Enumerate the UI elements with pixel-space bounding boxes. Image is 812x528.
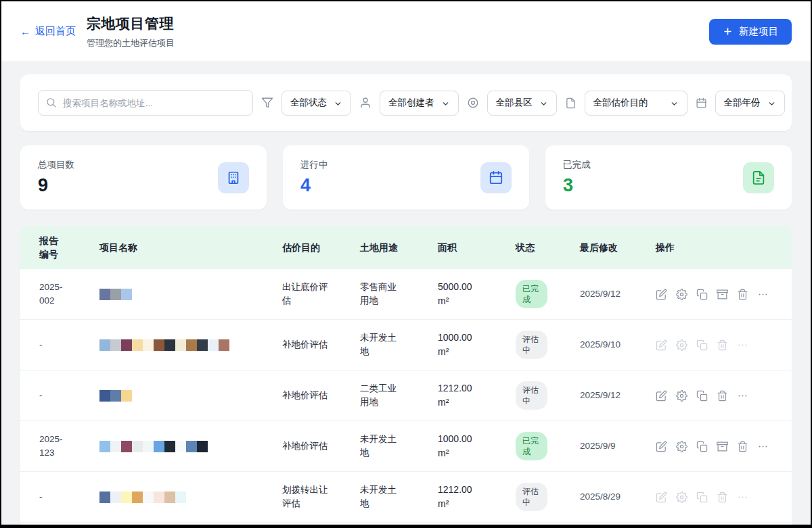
name-block [110, 441, 121, 452]
column-header-report-no: 报告编号 [39, 234, 73, 262]
area-unit: m² [438, 345, 506, 359]
stat-card-total: 总项目数 9 [20, 145, 267, 210]
title-block: 宗地项目管理 管理您的土地评估项目 [87, 14, 175, 49]
name-block [99, 491, 110, 503]
name-block [132, 491, 143, 503]
delete-button[interactable] [717, 390, 728, 402]
delete-button[interactable] [737, 441, 748, 452]
delete-button [717, 339, 728, 351]
edit-icon [656, 390, 667, 402]
search-input[interactable] [38, 90, 253, 116]
name-block [99, 339, 110, 351]
calendar-icon [696, 97, 707, 109]
stat-card-in-progress: 进行中 4 [283, 145, 529, 210]
project-name-cell [99, 339, 282, 351]
area-unit: m² [438, 446, 506, 460]
table-row: 2025-002 出让底价评估 零售商业用地 5000.00 m² 已完成 20… [20, 269, 792, 320]
archive-button[interactable] [717, 441, 728, 452]
edit-icon [656, 339, 667, 351]
name-block [219, 339, 229, 351]
table-header-row: 报告编号 项目名称 估价目的 土地用途 面积 状态 最后修改 操作 [20, 226, 792, 269]
app-window: ← 返回首页 宗地项目管理 管理您的土地评估项目 新建项目 [0, 0, 812, 528]
name-block [197, 441, 208, 452]
name-block [186, 441, 197, 452]
copy-button[interactable] [696, 441, 708, 452]
more-ellipsis-icon [737, 390, 748, 402]
name-block [154, 339, 164, 351]
copy-button[interactable] [696, 289, 708, 300]
more-ellipsis-icon [737, 491, 748, 503]
more-button[interactable] [757, 441, 769, 452]
name-block [99, 390, 110, 402]
delete-trash-icon [717, 491, 728, 503]
valuation-purpose: 补地价评估 [282, 389, 342, 402]
name-block [121, 289, 132, 300]
copy-icon [696, 289, 708, 300]
new-project-button[interactable]: 新建项目 [709, 19, 792, 45]
more-button [737, 491, 748, 503]
area-unit: m² [438, 294, 506, 308]
table-row: 2025-123 补地价评估 未开发土地 1000.00 m² 已完成 2025… [20, 421, 792, 472]
delete-button[interactable] [737, 289, 748, 300]
building-icon [218, 162, 249, 193]
chevron-down-icon [670, 99, 679, 108]
table-row: - 补地价评估 二类工业用地 1212.00 m² 评估中 2025/9/12 [20, 370, 792, 421]
settings-button[interactable] [676, 441, 687, 452]
project-name-cell [99, 441, 282, 452]
name-block [110, 390, 121, 402]
back-link-label: 返回首页 [35, 25, 76, 38]
last-modified: 2025/9/12 [580, 389, 656, 402]
back-link[interactable]: ← 返回首页 [20, 25, 76, 38]
more-ellipsis-icon [757, 441, 769, 452]
last-modified: 2025/9/9 [580, 439, 656, 453]
status-badge: 评估中 [516, 483, 547, 511]
new-project-label: 新建项目 [739, 25, 778, 38]
project-name-cell [99, 491, 282, 503]
edit-button [656, 491, 667, 503]
report-number: - [39, 490, 73, 504]
year-filter-select[interactable]: 全部年份 [715, 91, 785, 116]
valuation-purpose: 划拨转出让评估 [282, 483, 342, 511]
area-value: 1212.00 [438, 483, 506, 497]
settings-button[interactable] [676, 390, 687, 402]
status-badge: 评估中 [516, 381, 547, 410]
column-header-modified: 最后修改 [580, 241, 656, 254]
district-filter-select[interactable]: 全部县区 [487, 91, 557, 116]
edit-button[interactable] [656, 390, 667, 402]
more-button[interactable] [737, 390, 748, 402]
settings-gear-icon [676, 491, 687, 503]
more-button[interactable] [757, 289, 769, 300]
purpose-filter-select[interactable]: 全部估价目的 [585, 91, 687, 116]
district-filter-value: 全部县区 [496, 97, 533, 109]
row-actions [656, 441, 792, 452]
more-ellipsis-icon [757, 289, 769, 300]
name-block [99, 441, 110, 452]
settings-button[interactable] [676, 289, 687, 300]
stat-value: 9 [38, 175, 74, 196]
creator-filter-select[interactable]: 全部创建者 [380, 91, 459, 116]
valuation-purpose: 出让底价评估 [282, 281, 342, 308]
land-use: 未开发土地 [360, 483, 410, 511]
report-number: - [39, 389, 73, 402]
status-cell: 评估中 [516, 381, 580, 410]
edit-button[interactable] [656, 441, 667, 452]
status-badge: 已完成 [516, 432, 547, 460]
copy-button[interactable] [696, 390, 708, 402]
name-block [175, 491, 186, 503]
name-block [121, 491, 132, 503]
archive-icon [717, 289, 728, 300]
name-block [164, 441, 175, 452]
status-badge: 已完成 [516, 280, 547, 308]
status-filter-select[interactable]: 全部状态 [281, 91, 351, 116]
name-block [99, 289, 110, 300]
delete-trash-icon [737, 441, 748, 452]
archive-button[interactable] [717, 289, 728, 300]
stat-label: 已完成 [563, 159, 591, 171]
table-row: - 划拨转出让评估 未开发土地 1212.00 m² 评估中 2025/8/29 [20, 472, 792, 523]
name-block [132, 339, 143, 351]
edit-button[interactable] [656, 289, 667, 300]
stats-row: 总项目数 9 进行中 4 已完成 3 [20, 145, 792, 210]
valuation-purpose: 补地价评估 [282, 439, 342, 453]
row-actions [656, 289, 792, 300]
valuation-purpose: 补地价评估 [282, 338, 342, 352]
